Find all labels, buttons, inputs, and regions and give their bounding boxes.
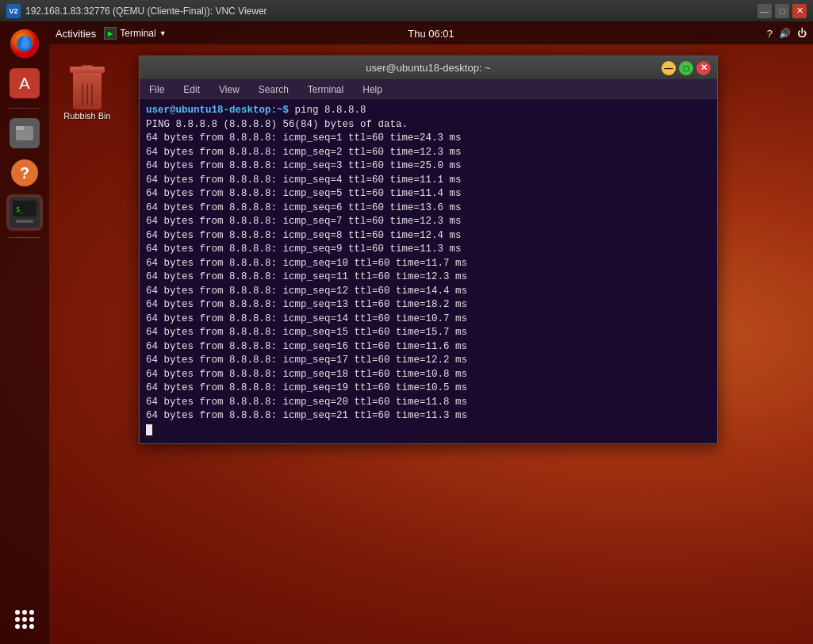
terminal-output-line: PING 8.8.8.8 (8.8.8.8) 56(84) bytes of d…	[146, 118, 711, 132]
bin-line-2	[86, 83, 88, 105]
terminal-minimize-button[interactable]: —	[662, 61, 676, 75]
ubuntu-terminal-menu-button[interactable]: ▶ Terminal ▼	[104, 27, 166, 40]
svg-point-14	[15, 610, 20, 615]
terminal-output-line: 64 bytes from 8.8.8.8: icmp_seq=2 ttl=60…	[146, 146, 711, 160]
vnc-titlebar: V2 192.168.1.83:32776 (QEMU (Cliente-Fin…	[0, 0, 813, 22]
terminal-menu-file[interactable]: File	[146, 82, 167, 97]
terminal-output-line: 64 bytes from 8.8.8.8: icmp_seq=13 ttl=6…	[146, 298, 711, 312]
terminal-output-line: 64 bytes from 8.8.8.8: icmp_seq=20 ttl=6…	[146, 396, 711, 410]
terminal-output-line: 64 bytes from 8.8.8.8: icmp_seq=1 ttl=60…	[146, 132, 711, 146]
vnc-title-text: 192.168.1.83:32776 (QEMU (Cliente-Final)…	[25, 6, 267, 17]
terminal-close-button[interactable]: ✕	[696, 61, 711, 75]
terminal-output-line: 64 bytes from 8.8.8.8: icmp_seq=4 ttl=60…	[146, 174, 711, 188]
bin-lid	[70, 67, 105, 73]
ubuntu-topbar-right: ? 🔊 ⏻	[767, 28, 807, 40]
dock-divider-2	[9, 237, 40, 238]
terminal-prompt-text: user@ubuntu18-desktop:~$	[146, 105, 289, 116]
svg-point-19	[29, 617, 34, 622]
vnc-logo: V2	[6, 4, 21, 18]
svg-text:$_: $_	[16, 205, 25, 213]
desktop-icons-area: Rubbish Bin	[56, 62, 119, 124]
terminal-output-line: 64 bytes from 8.8.8.8: icmp_seq=18 ttl=6…	[146, 368, 711, 382]
svg-point-22	[29, 624, 34, 629]
terminal-output-line: 64 bytes from 8.8.8.8: icmp_seq=15 ttl=6…	[146, 326, 711, 340]
ubuntu-activities-button[interactable]: Activities	[56, 28, 96, 40]
terminal-output-line: 64 bytes from 8.8.8.8: icmp_seq=19 ttl=6…	[146, 381, 711, 396]
terminal-menubar: File Edit View Search Terminal Help	[140, 80, 717, 99]
svg-rect-7	[16, 126, 24, 130]
terminal-output-line: 64 bytes from 8.8.8.8: icmp_seq=17 ttl=6…	[146, 354, 711, 368]
terminal-maximize-button[interactable]: □	[679, 61, 693, 75]
terminal-output: PING 8.8.8.8 (8.8.8.8) 56(84) bytes of d…	[146, 118, 711, 424]
terminal-output-line: 64 bytes from 8.8.8.8: icmp_seq=7 ttl=60…	[146, 215, 711, 229]
vnc-maximize-button[interactable]: □	[775, 4, 789, 18]
terminal-command-text: ping 8.8.8.8	[289, 105, 366, 116]
ubuntu-clock: Thu 06:01	[408, 28, 454, 40]
terminal-small-icon: ▶	[104, 27, 117, 40]
desktop-icon-rubbish-bin[interactable]: Rubbish Bin	[56, 62, 119, 124]
terminal-output-line: 64 bytes from 8.8.8.8: icmp_seq=3 ttl=60…	[146, 159, 711, 174]
dock-item-firefox[interactable]	[6, 25, 43, 62]
vnc-logo-text: V2	[9, 7, 17, 15]
terminal-output-line: 64 bytes from 8.8.8.8: icmp_seq=5 ttl=60…	[146, 187, 711, 201]
svg-point-18	[22, 617, 27, 622]
ubuntu-topbar: Activities ▶ Terminal ▼ Thu 06:01 ? 🔊 ⏻	[49, 22, 813, 44]
terminal-window-title: user@ubuntu18-desktop: ~	[366, 62, 490, 74]
terminal-titlebar: user@ubuntu18-desktop: ~ — □ ✕	[140, 56, 717, 80]
terminal-output-line: 64 bytes from 8.8.8.8: icmp_seq=16 ttl=6…	[146, 340, 711, 355]
dock-item-files[interactable]	[6, 115, 43, 151]
terminal-menu-edit[interactable]: Edit	[180, 82, 203, 97]
dock-item-terminal[interactable]: $_	[6, 194, 43, 231]
vnc-titlebar-left: V2 192.168.1.83:32776 (QEMU (Cliente-Fin…	[6, 4, 267, 18]
vnc-close-button[interactable]: ✕	[792, 4, 807, 18]
svg-point-16	[29, 610, 34, 615]
rubbish-bin-graphic	[67, 65, 107, 109]
terminal-window-controls: — □ ✕	[662, 61, 711, 75]
bin-lines	[79, 83, 96, 105]
terminal-prompt-line: user@ubuntu18-desktop:~$ ping 8.8.8.8	[146, 104, 711, 118]
terminal-output-line: 64 bytes from 8.8.8.8: icmp_seq=8 ttl=60…	[146, 229, 711, 243]
dock: A ? $_	[0, 22, 49, 644]
screen-content: A ? $_	[0, 22, 813, 644]
dock-item-help[interactable]: ?	[6, 155, 43, 191]
svg-point-20	[15, 624, 20, 629]
ubuntu-topbar-left: Activities ▶ Terminal ▼	[56, 27, 167, 40]
rubbish-bin-label: Rubbish Bin	[63, 111, 110, 121]
terminal-body[interactable]: user@ubuntu18-desktop:~$ ping 8.8.8.8 PI…	[140, 99, 717, 443]
dock-item-appstore[interactable]: A	[6, 65, 43, 102]
svg-text:A: A	[19, 75, 30, 92]
ubuntu-power-icon[interactable]: ⏻	[797, 28, 807, 39]
terminal-output-line: 64 bytes from 8.8.8.8: icmp_seq=11 ttl=6…	[146, 270, 711, 285]
vnc-window-controls: — □ ✕	[757, 4, 807, 18]
terminal-output-line: 64 bytes from 8.8.8.8: icmp_seq=9 ttl=60…	[146, 243, 711, 257]
svg-point-15	[22, 610, 27, 615]
bin-line-3	[91, 83, 93, 105]
terminal-output-line: 64 bytes from 8.8.8.8: icmp_seq=6 ttl=60…	[146, 201, 711, 216]
dock-item-apps-grid[interactable]	[6, 601, 43, 638]
bin-body	[73, 73, 102, 109]
terminal-window: user@ubuntu18-desktop: ~ — □ ✕ File Edit…	[139, 56, 718, 444]
terminal-output-line: 64 bytes from 8.8.8.8: icmp_seq=14 ttl=6…	[146, 312, 711, 327]
terminal-output-line: 64 bytes from 8.8.8.8: icmp_seq=10 ttl=6…	[146, 257, 711, 271]
svg-point-17	[15, 617, 20, 622]
terminal-menu-search[interactable]: Search	[255, 82, 292, 97]
ubuntu-help-icon[interactable]: ?	[767, 28, 773, 40]
terminal-cursor	[146, 424, 152, 435]
terminal-menu-view[interactable]: View	[216, 82, 243, 97]
terminal-output-line: 64 bytes from 8.8.8.8: icmp_seq=21 ttl=6…	[146, 409, 711, 424]
terminal-cursor-line	[146, 424, 711, 438]
bin-line-1	[82, 83, 83, 105]
svg-text:?: ?	[20, 164, 29, 182]
terminal-menu-terminal[interactable]: Terminal	[305, 82, 347, 97]
dock-divider-1	[9, 108, 40, 109]
terminal-menu-help[interactable]: Help	[359, 82, 385, 97]
svg-point-21	[22, 624, 27, 629]
svg-rect-13	[16, 220, 33, 223]
terminal-output-line: 64 bytes from 8.8.8.8: icmp_seq=12 ttl=6…	[146, 285, 711, 299]
ubuntu-speaker-icon[interactable]: 🔊	[779, 28, 791, 39]
vnc-minimize-button[interactable]: —	[757, 4, 772, 18]
